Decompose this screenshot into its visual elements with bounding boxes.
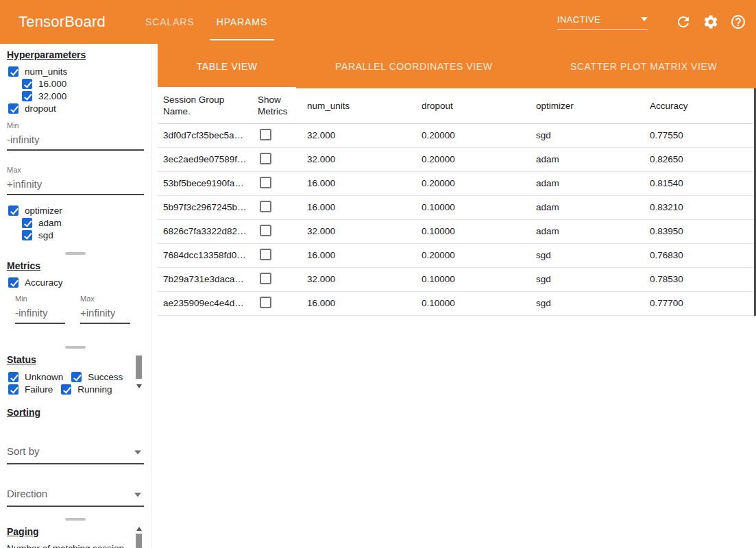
scroll-up-icon[interactable] <box>136 527 142 531</box>
help-button[interactable] <box>730 14 746 30</box>
tab-parallel-coordinates-view[interactable]: PARALLEL COORDINATES VIEW <box>296 44 531 88</box>
status-row-unknown[interactable]: Unknown <box>8 371 63 383</box>
status-scrollbar[interactable] <box>136 356 142 394</box>
scrollbar-thumb[interactable] <box>136 534 142 548</box>
dropout-min-label: Min <box>7 121 144 130</box>
refresh-button[interactable] <box>675 14 692 30</box>
cell-accuracy: 0.83210 <box>644 195 756 219</box>
table-row: 7684dcc13358fd0… 16.000 0.20000 sgd 0.76… <box>158 243 756 267</box>
status-list: Unknown Success Failure Running <box>0 371 127 397</box>
chevron-down-icon <box>641 17 648 21</box>
cell-session-group-name: 53bf5bece9190fa… <box>158 171 252 195</box>
num-units-16-checkbox[interactable] <box>22 79 32 89</box>
nav-tab-scalars[interactable]: SCALARS <box>134 0 206 44</box>
tab-scatter-plot-matrix-view[interactable]: SCATTER PLOT MATRIX VIEW <box>531 44 756 88</box>
hparam-row-optimizer[interactable]: optimizer <box>0 204 151 216</box>
metric-row-accuracy[interactable]: Accuracy <box>0 276 151 288</box>
accuracy-checkbox[interactable] <box>8 277 19 288</box>
metric-list: Accuracy <box>0 276 151 288</box>
optimizer-checkbox[interactable] <box>8 206 19 216</box>
table-row: 53bf5bece9190fa… 16.000 0.20000 adam 0.8… <box>158 171 756 195</box>
cell-session-group-name: 3ec2aed9e07589f… <box>158 147 252 171</box>
cell-num-units: 32.000 <box>302 267 416 291</box>
hparam-row-optimizer-adam[interactable]: adam <box>0 216 151 229</box>
nav-tab-hparams[interactable]: HPARAMS <box>206 0 279 44</box>
status-row-failure[interactable]: Failure <box>8 383 53 395</box>
dropout-max-input[interactable] <box>7 175 144 195</box>
show-metrics-checkbox[interactable] <box>260 129 271 140</box>
cell-num-units: 32.000 <box>302 219 416 243</box>
show-metrics-checkbox[interactable] <box>260 273 271 284</box>
cell-dropout: 0.10000 <box>416 195 531 219</box>
cell-num-units: 16.000 <box>302 195 416 219</box>
hparam-row-optimizer-sgd[interactable]: sgd <box>0 229 151 241</box>
direction-select[interactable]: Direction <box>7 485 144 507</box>
metrics-heading: Metrics <box>0 255 151 271</box>
optimizer-sgd-checkbox[interactable] <box>22 230 32 240</box>
matching-groups-text: Number of matching session groups: 8 <box>7 543 137 548</box>
run-status-select[interactable]: INACTIVE <box>557 14 648 30</box>
cell-session-group-name: 6826c7fa3322d82… <box>158 219 252 243</box>
cell-accuracy: 0.77700 <box>644 291 756 315</box>
col-optimizer: optimizer <box>531 88 644 123</box>
cell-num-units: 32.000 <box>302 147 416 171</box>
help-icon <box>730 14 746 30</box>
num-units-32-checkbox[interactable] <box>22 91 32 101</box>
hyperparameters-heading: Hyperparameters <box>0 44 151 60</box>
dropout-max-field: Max <box>7 166 144 195</box>
num-units-checkbox[interactable] <box>8 66 19 77</box>
status-unknown-checkbox[interactable] <box>8 372 19 382</box>
cell-optimizer: sgd <box>531 267 644 291</box>
dropout-min-input[interactable] <box>7 130 144 151</box>
show-metrics-checkbox[interactable] <box>260 201 271 212</box>
optimizer-list: optimizer adam sgd <box>0 204 151 241</box>
hparam-row-dropout[interactable]: dropout <box>0 102 151 114</box>
cell-show-metrics <box>252 195 302 219</box>
show-metrics-checkbox[interactable] <box>260 297 271 308</box>
status-success-checkbox[interactable] <box>71 372 82 382</box>
sort-by-select[interactable]: Sort by <box>7 443 144 464</box>
status-failure-checkbox[interactable] <box>8 384 19 395</box>
optimizer-sgd-label: sgd <box>38 230 53 240</box>
paging-heading: Paging <box>0 521 151 537</box>
cell-num-units: 16.000 <box>302 171 416 195</box>
cell-show-metrics <box>252 291 302 315</box>
direction-value: Direction <box>7 488 47 499</box>
col-session-group-name: Session Group Name. <box>158 88 252 123</box>
show-metrics-checkbox[interactable] <box>260 177 271 188</box>
cell-show-metrics <box>252 171 302 195</box>
status-running-label: Running <box>77 384 112 395</box>
hparam-row-num-units[interactable]: num_units <box>0 65 151 77</box>
show-metrics-checkbox[interactable] <box>260 225 271 236</box>
paging-scrollbar[interactable] <box>136 527 142 548</box>
dropout-label: dropout <box>25 103 56 114</box>
dropout-checkbox[interactable] <box>8 103 19 114</box>
status-failure-label: Failure <box>25 384 53 395</box>
metric-max-label: Max <box>80 295 130 303</box>
metric-max-input[interactable] <box>80 303 130 324</box>
cell-show-metrics <box>252 147 302 171</box>
header-actions: INACTIVE <box>557 0 756 44</box>
status-running-checkbox[interactable] <box>61 384 71 395</box>
sorting-section: Sorting Sort by Direction <box>0 397 151 521</box>
metric-min-input[interactable] <box>15 303 65 324</box>
view-tabs: TABLE VIEW PARALLEL COORDINATES VIEW SCA… <box>158 44 756 88</box>
show-metrics-checkbox[interactable] <box>260 249 271 260</box>
optimizer-adam-checkbox[interactable] <box>22 218 32 228</box>
hparams-sidebar: Hyperparameters num_units 16.000 32.000 … <box>0 44 151 548</box>
refresh-icon <box>675 14 692 30</box>
status-row-success[interactable]: Success <box>71 371 123 383</box>
app-header: TensorBoard SCALARS HPARAMS INACTIVE <box>0 0 756 44</box>
hparam-row-num-units-32[interactable]: 32.000 <box>0 90 151 102</box>
gear-icon <box>703 14 719 30</box>
metric-max-field: Max <box>80 295 130 324</box>
scroll-down-icon[interactable] <box>136 384 142 388</box>
settings-button[interactable] <box>703 14 719 30</box>
tab-table-view[interactable]: TABLE VIEW <box>158 44 296 88</box>
show-metrics-checkbox[interactable] <box>260 153 271 164</box>
status-row-running[interactable]: Running <box>61 383 112 395</box>
col-dropout: dropout <box>416 88 531 123</box>
metric-min-label: Min <box>15 295 65 303</box>
hparam-row-num-units-16[interactable]: 16.000 <box>0 77 151 90</box>
scrollbar-thumb[interactable] <box>136 356 142 379</box>
